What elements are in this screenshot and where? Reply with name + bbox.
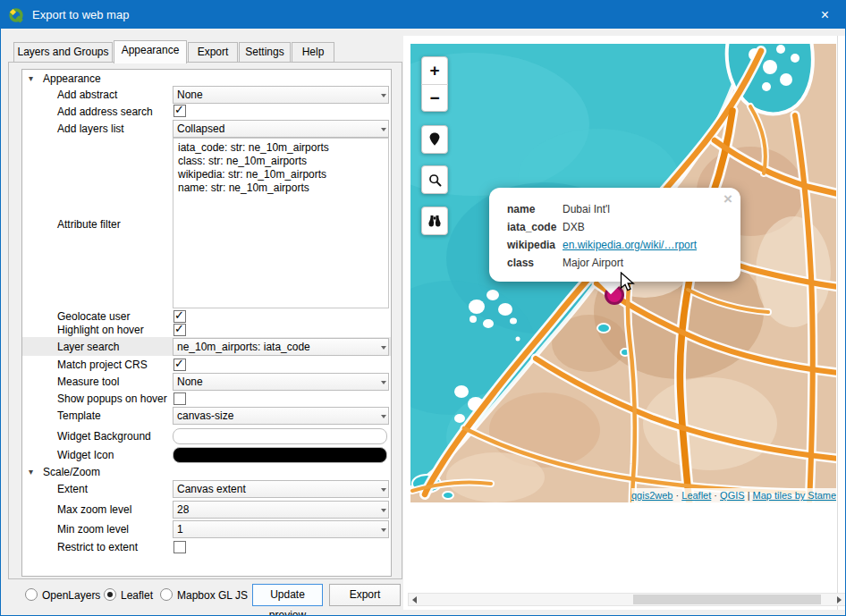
leaflet-link[interactable]: Leaflet [681, 490, 711, 501]
collapse-arrow-icon[interactable]: ▾ [29, 463, 33, 481]
combo-add-abstract[interactable]: None [173, 86, 389, 104]
checkmark-icon: ✓ [174, 308, 184, 322]
collapse-arrow-icon[interactable]: ▾ [29, 70, 33, 88]
checkmark-icon: ✓ [174, 357, 184, 370]
attribution-separator: · [711, 490, 720, 501]
scrollbar-thumb[interactable] [633, 595, 821, 604]
geolocate-button[interactable] [421, 125, 448, 154]
mouse-cursor [620, 272, 638, 293]
map-attribution: qgis2web · Leaflet · QGIS | Map tiles by… [631, 488, 836, 502]
label-widget-background: Widget Background [57, 427, 151, 445]
combo-measure-tool[interactable]: None [173, 373, 389, 391]
horizontal-scrollbar[interactable] [408, 593, 846, 606]
label-leaflet[interactable]: Leaflet [121, 586, 153, 604]
label-add-layers-list: Add layers list [57, 120, 124, 138]
scroll-left-icon[interactable] [412, 596, 417, 603]
label-mapbox-gl-js[interactable]: Mapbox GL JS [177, 586, 248, 604]
checkbox-add-address-search[interactable]: ✓ [173, 105, 186, 117]
export-button[interactable]: Export [329, 584, 401, 606]
label-extent: Extent [57, 480, 88, 498]
chevron-down-icon [381, 509, 386, 512]
popup-row: iata_code DXB [507, 218, 724, 236]
tab-settings[interactable]: Settings [239, 42, 291, 63]
combo-max-zoom-level[interactable]: 28 [173, 501, 389, 519]
vertical-scrollbar[interactable] [837, 36, 846, 610]
label-measure-tool: Measure tool [57, 373, 119, 391]
stamen-link[interactable]: Map tiles by Stame [753, 490, 836, 501]
radio-mapbox-gl-js[interactable] [160, 588, 173, 601]
checkmark-icon: ✓ [174, 103, 184, 116]
titlebar[interactable]: Export to web map × [1, 1, 845, 29]
radio-leaflet[interactable] [104, 588, 116, 601]
combo-add-layers-list-value: Collapsed [177, 122, 224, 135]
label-highlight-on-hover: Highlight on hover [57, 321, 144, 339]
checkbox-highlight-on-hover[interactable]: ✓ [173, 324, 186, 336]
combo-extent[interactable]: Canvas extent [173, 480, 389, 498]
zoom-in-button[interactable]: + [421, 57, 448, 84]
chevron-down-icon [381, 528, 386, 532]
combo-template[interactable]: canvas-size [173, 407, 389, 425]
popup-field-label: wikipedia [507, 236, 563, 254]
export-to-web-map-dialog: Export to web map × Layers and Groups Ap… [0, 0, 846, 616]
popup-field-value: Dubai Int'l [563, 200, 610, 218]
label-max-zoom-level: Max zoom level [57, 501, 131, 519]
label-restrict-to-extent: Restrict to extent [57, 538, 138, 556]
chevron-down-icon [381, 415, 386, 418]
zoom-out-button[interactable]: − [421, 84, 448, 111]
checkmark-icon: ✓ [174, 322, 184, 335]
popup-field-label: name [507, 200, 563, 218]
attribution-separator: · [673, 490, 681, 501]
checkbox-show-popups-on-hover[interactable]: ✓ [173, 392, 186, 405]
label-min-zoom-level: Min zoom level [57, 520, 129, 538]
layer-search-button[interactable] [421, 207, 448, 235]
label-show-popups-on-hover: Show popups on hover [57, 390, 167, 408]
wikipedia-link[interactable]: en.wikipedia.org/wiki/…rport [563, 236, 697, 254]
popup-close-icon[interactable]: × [723, 190, 732, 208]
qgis2web-link[interactable]: qgis2web [631, 490, 673, 501]
radio-openlayers[interactable] [25, 588, 38, 601]
search-icon [427, 173, 443, 188]
close-icon[interactable]: × [805, 1, 845, 29]
tab-help[interactable]: Help [292, 42, 334, 63]
radio-dot [107, 592, 113, 597]
tab-appearance[interactable]: Appearance [114, 40, 187, 63]
color-widget-background[interactable] [173, 428, 387, 444]
popup-row: name Dubai Int'l [507, 200, 724, 218]
popup-field-value: Major Airport [563, 254, 623, 272]
combo-min-zoom-level-value: 1 [177, 523, 183, 536]
combo-layer-search-value: ne_10m_airports: iata_code [177, 341, 310, 353]
scroll-right-icon[interactable] [837, 596, 842, 603]
label-add-address-search: Add address search [57, 103, 153, 121]
map-pin-icon [427, 131, 443, 148]
qgis-link[interactable]: QGIS [720, 490, 745, 501]
tab-export[interactable]: Export [188, 42, 238, 63]
combo-layer-search[interactable]: ne_10m_airports: iata_code [173, 338, 389, 356]
popup-field-label: class [507, 254, 563, 272]
combo-template-value: canvas-size [177, 409, 233, 422]
checkbox-geolocate-user[interactable]: ✓ [173, 310, 186, 323]
label-add-abstract: Add abstract [57, 86, 117, 104]
group-scale-zoom: Scale/Zoom [43, 463, 100, 481]
popup-row: wikipedia en.wikipedia.org/wiki/…rport [507, 236, 724, 254]
chevron-down-icon [381, 346, 386, 350]
combo-add-layers-list[interactable]: Collapsed [173, 120, 389, 138]
attribute-filter-box[interactable]: iata_code: str: ne_10m_airports class: s… [173, 138, 389, 308]
update-preview-button[interactable]: Update preview [252, 584, 323, 606]
chevron-down-icon [381, 488, 386, 492]
combo-measure-tool-value: None [177, 376, 203, 388]
label-layer-search: Layer search [57, 338, 119, 356]
label-template: Template [57, 407, 101, 425]
tab-layers-and-groups[interactable]: Layers and Groups [13, 42, 113, 63]
color-widget-icon[interactable] [173, 447, 387, 463]
address-search-button[interactable] [421, 165, 448, 194]
combo-max-zoom-level-value: 28 [177, 503, 189, 516]
chevron-down-icon [381, 94, 386, 97]
zoom-control: + − [421, 56, 448, 112]
combo-min-zoom-level[interactable]: 1 [173, 520, 389, 538]
qgis-icon [8, 7, 24, 23]
group-appearance: Appearance [43, 70, 101, 88]
combo-extent-value: Canvas extent [177, 483, 246, 495]
checkbox-restrict-to-extent[interactable]: ✓ [173, 541, 186, 553]
label-openlayers[interactable]: OpenLayers [42, 586, 100, 604]
checkbox-match-project-crs[interactable]: ✓ [173, 359, 186, 371]
